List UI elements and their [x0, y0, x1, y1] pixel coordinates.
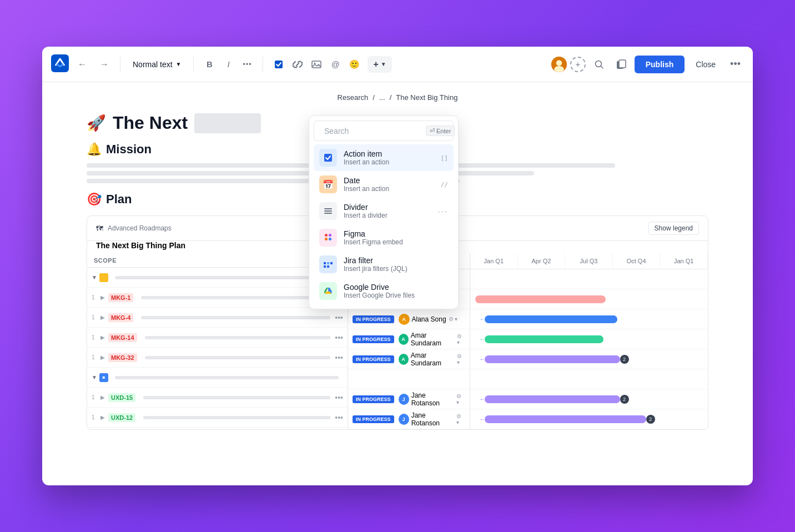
- timeline-q3: Jul Q3: [565, 253, 613, 269]
- gantt-row-6: ← 2: [470, 409, 708, 429]
- gantt-badge-4: 2: [620, 355, 629, 364]
- svg-rect-10: [619, 60, 626, 68]
- jira-desc: Insert jira filters (JQL): [344, 265, 448, 273]
- svg-point-3: [314, 62, 316, 64]
- assignee-btn-6[interactable]: ⚙ ▾: [456, 413, 465, 425]
- row-name-bar-5: [143, 396, 330, 399]
- table-row: 1 ▶ UXD-15 •••: [87, 388, 348, 408]
- timeline-q1-1: Jan Q1: [470, 253, 518, 269]
- search-input[interactable]: [324, 127, 421, 135]
- page-title: The Next: [113, 113, 188, 133]
- assignee-name-4: Amar Sundaram: [411, 352, 455, 367]
- add-collaborator-button[interactable]: +: [570, 57, 586, 72]
- svg-rect-23: [327, 262, 329, 264]
- task-button[interactable]: [270, 56, 288, 73]
- mission-emoji: 🔔: [87, 142, 102, 157]
- tag-uxd12: UXD-12: [108, 413, 135, 422]
- gantt-bar-1: [475, 295, 606, 303]
- menu-item-divider[interactable]: Divider Insert a divider ---: [314, 198, 454, 224]
- gantt-bar-2: [485, 315, 618, 323]
- undo-button[interactable]: ←: [73, 56, 91, 73]
- breadcrumb-sep1: /: [373, 93, 375, 102]
- fields-row-2: IN PROGRESS A Alana Song ⚙ ▾: [348, 309, 470, 329]
- expand-btn-6[interactable]: 1: [92, 414, 100, 420]
- assignee-btn-5[interactable]: ⚙ ▾: [456, 393, 465, 405]
- expand-icon-2[interactable]: ▼: [92, 374, 97, 380]
- gantt-panel: Jan Q1 Apr Q2 Jul Q3 Oct Q4 Jan Q1: [470, 253, 708, 429]
- emoji-button[interactable]: 🙂: [345, 56, 363, 73]
- row-more-6[interactable]: •••: [335, 413, 343, 422]
- roadmap-icon: 🗺: [96, 224, 103, 233]
- expand-btn-2[interactable]: 1: [92, 314, 100, 320]
- action-item-title: Action item: [344, 149, 434, 158]
- menu-item-jira[interactable]: Jira filter Insert jira filters (JQL): [314, 251, 454, 278]
- svg-rect-22: [324, 262, 326, 264]
- google-drive-icon: [319, 282, 337, 300]
- menu-item-google-drive[interactable]: Google Drive Insert Google Drive files: [314, 278, 454, 304]
- table-row: 1 ▶ MKG-32 •••: [87, 348, 348, 368]
- tag-mkg1: MKG-1: [108, 293, 133, 302]
- table-row: 1 ▶ MKG-14 •••: [87, 328, 348, 348]
- redo-button[interactable]: →: [95, 56, 113, 73]
- assignee-btn-3[interactable]: ⚙ ▾: [457, 333, 465, 345]
- scope-label: SCOPE: [94, 257, 117, 264]
- action-item-text: Action item Insert an action: [344, 149, 434, 166]
- date-text: Date Insert an action: [344, 176, 434, 193]
- insert-buttons: @ 🙂: [270, 56, 363, 73]
- toolbar-divider-1: [120, 57, 120, 72]
- svg-point-5: [556, 60, 562, 66]
- figma-desc: Insert Figma embed: [344, 238, 448, 246]
- expand-btn-1[interactable]: 1: [92, 294, 100, 300]
- parent-name-bar: [115, 276, 339, 279]
- svg-rect-15: [324, 208, 332, 209]
- user-avatar: [550, 56, 568, 73]
- menu-item-action[interactable]: Action item Insert an action []: [314, 144, 454, 171]
- bold-button[interactable]: B: [200, 56, 218, 73]
- assignee-name-2: Alana Song: [412, 315, 446, 323]
- svg-rect-17: [324, 213, 332, 214]
- more-format-button[interactable]: •••: [238, 56, 256, 73]
- italic-button[interactable]: I: [219, 56, 237, 73]
- enter-label: Enter: [436, 128, 451, 134]
- fields-empty-row-2: [348, 369, 470, 389]
- expand-icon[interactable]: ▼: [92, 274, 97, 280]
- mission-label: Mission: [106, 142, 152, 157]
- text-format-button[interactable]: Normal text ▼: [127, 57, 187, 72]
- assignee-btn-4[interactable]: ⚙ ▾: [457, 353, 465, 365]
- search-button[interactable]: [590, 56, 608, 73]
- row-more-2[interactable]: •••: [335, 313, 343, 322]
- image-button[interactable]: [308, 56, 325, 73]
- menu-item-figma[interactable]: Figma Insert Figma embed: [314, 224, 454, 251]
- expand-btn-3[interactable]: 1: [92, 334, 100, 340]
- timeline-q4: Oct Q4: [613, 253, 661, 269]
- gantt-row-2: ←: [470, 309, 708, 329]
- date-shortcut: //: [441, 181, 448, 188]
- breadcrumb-research: Research: [338, 93, 369, 102]
- link-button[interactable]: [289, 56, 306, 73]
- publish-button[interactable]: Publish: [635, 56, 685, 73]
- close-button[interactable]: Close: [689, 56, 722, 73]
- parent-icon-2: ■: [99, 373, 108, 382]
- breadcrumb-ellipsis: ...: [379, 93, 385, 102]
- svg-rect-11: [100, 274, 107, 281]
- insert-plus-button[interactable]: + ▼: [368, 56, 391, 73]
- menu-item-date[interactable]: 📅 Date Insert an action //: [314, 171, 454, 198]
- figma-icon: [319, 229, 337, 247]
- svg-point-6: [554, 66, 564, 72]
- more-options-button[interactable]: •••: [727, 55, 744, 73]
- expand-btn-4[interactable]: 1: [92, 354, 100, 360]
- timeline-q1-2: Jan Q1: [660, 253, 708, 269]
- row-more-4[interactable]: •••: [335, 353, 343, 362]
- expand-btn-5[interactable]: 1: [92, 394, 100, 400]
- mention-button[interactable]: @: [326, 56, 344, 73]
- action-item-shortcut: []: [441, 154, 448, 162]
- mini-avatar-3: A: [399, 334, 409, 345]
- gantt-bar-6: [485, 415, 646, 423]
- row-more-3[interactable]: •••: [335, 333, 343, 342]
- versions-button[interactable]: [612, 56, 630, 73]
- date-desc: Insert an action: [344, 185, 434, 193]
- show-legend-button[interactable]: Show legend: [648, 222, 699, 235]
- row-more-5[interactable]: •••: [335, 393, 343, 402]
- fields-row-3: IN PROGRESS A Amar Sundaram ⚙ ▾: [348, 329, 470, 349]
- assignee-btn-2[interactable]: ⚙ ▾: [449, 316, 458, 322]
